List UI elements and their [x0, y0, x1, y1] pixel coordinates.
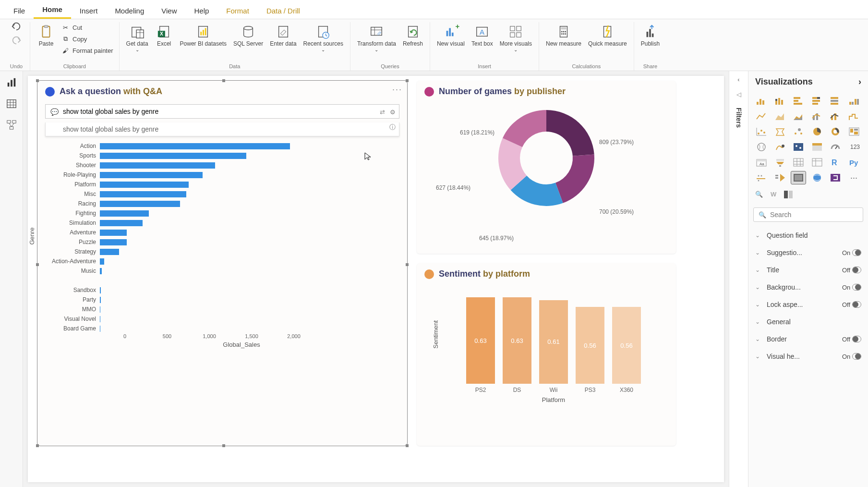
quick-measure-button[interactable]: Quick measure — [585, 22, 630, 49]
viz-type-button[interactable] — [847, 95, 861, 107]
viz-type-button[interactable] — [791, 171, 806, 184]
genre-bar[interactable] — [100, 306, 100, 313]
refresh-button[interactable]: Refresh — [400, 22, 426, 54]
viz-type-button[interactable]: R — [828, 156, 843, 169]
genre-bar[interactable] — [100, 326, 100, 332]
viz-type-button[interactable] — [791, 95, 806, 107]
genre-bar[interactable] — [100, 182, 189, 188]
viz-type-button[interactable] — [828, 171, 843, 184]
viz-type-button[interactable] — [810, 156, 824, 169]
format-property-row[interactable]: ⌄Suggestio...On — [748, 244, 868, 261]
paste-button[interactable]: Paste — [34, 22, 58, 56]
card-more-button[interactable]: ··· — [392, 85, 402, 95]
viz-type-button[interactable] — [810, 110, 824, 122]
donut-slice[interactable] — [546, 110, 594, 156]
genre-bar[interactable] — [100, 297, 101, 303]
filters-expand-button[interactable]: ‹ — [737, 76, 739, 83]
format-property-row[interactable]: ⌄BorderOff — [748, 330, 868, 348]
redo-button[interactable] — [11, 36, 22, 46]
text-box-button[interactable]: AText box — [469, 22, 496, 54]
genre-bar[interactable] — [100, 268, 102, 274]
excel-button[interactable]: XExcel — [152, 22, 176, 54]
viz-type-button[interactable] — [791, 141, 806, 153]
viz-type-button[interactable] — [773, 110, 787, 122]
viz-type-button[interactable] — [810, 141, 824, 153]
transform-data-button[interactable]: Transform data⌄ — [354, 22, 399, 54]
sentiment-bar[interactable]: 0.56 — [576, 307, 604, 384]
genre-bar[interactable] — [100, 239, 127, 245]
format-painter-button[interactable]: 🖌Format painter — [59, 45, 115, 56]
copy-button[interactable]: ⧉Copy — [59, 34, 115, 44]
analytics-tab-icon[interactable] — [784, 191, 794, 200]
viz-type-button[interactable]: Aa — [754, 156, 769, 169]
menu-help[interactable]: Help — [186, 3, 218, 19]
qna-convert-icon[interactable]: ⇄ — [380, 109, 385, 116]
menu-insert[interactable]: Insert — [71, 3, 107, 19]
viz-type-button[interactable] — [791, 110, 806, 122]
report-view-button[interactable] — [6, 77, 17, 88]
cut-button[interactable]: ✂Cut — [59, 22, 115, 33]
toggle-switch[interactable]: On — [842, 284, 861, 291]
genre-bar[interactable] — [100, 201, 180, 207]
viz-expand-button[interactable]: › — [858, 77, 861, 87]
genre-bar[interactable] — [100, 172, 203, 178]
viz-type-button[interactable] — [773, 171, 787, 184]
genre-bar[interactable] — [100, 258, 104, 265]
pbi-datasets-button[interactable]: Power BI datasets — [177, 22, 229, 54]
viz-type-button[interactable] — [754, 95, 769, 107]
viz-type-button[interactable] — [810, 171, 824, 184]
enter-data-button[interactable]: Enter data — [267, 22, 299, 54]
menu-modeling[interactable]: Modeling — [106, 3, 153, 19]
genre-bar[interactable] — [100, 287, 101, 293]
viz-type-button[interactable] — [773, 95, 787, 107]
genre-bar[interactable] — [100, 153, 246, 159]
format-tab-icon[interactable]: W — [771, 191, 776, 200]
viz-type-button[interactable] — [791, 125, 806, 138]
new-measure-button[interactable]: New measure — [543, 22, 584, 49]
toggle-switch[interactable]: On — [842, 353, 861, 360]
sentiment-bar[interactable]: 0.63 — [503, 297, 531, 384]
viz-type-button[interactable] — [754, 141, 769, 153]
sentiment-bar[interactable]: 0.63 — [466, 297, 495, 384]
viz-type-button[interactable] — [847, 110, 861, 122]
viz-type-button[interactable] — [828, 95, 843, 107]
format-property-row[interactable]: ⌄Lock aspe...Off — [748, 296, 868, 313]
toggle-switch[interactable]: Off — [842, 301, 861, 308]
recent-sources-button[interactable]: Recent sources⌄ — [301, 22, 346, 54]
viz-type-button[interactable] — [773, 156, 787, 169]
donut-slice[interactable] — [555, 154, 594, 203]
more-visuals-button[interactable]: More visuals⌄ — [497, 22, 535, 54]
gear-icon[interactable]: ⚙ — [390, 109, 396, 116]
genre-bar[interactable] — [100, 162, 215, 169]
data-view-button[interactable] — [6, 98, 17, 110]
publisher-donut-visual[interactable]: Number of games by publisher 809 (23.79%… — [417, 81, 676, 254]
filters-bookmark-icon[interactable]: ◁ — [736, 91, 741, 98]
viz-type-button[interactable]: ··· — [847, 171, 861, 184]
viz-type-button[interactable]: Py — [847, 156, 861, 169]
genre-bar[interactable] — [100, 230, 127, 236]
publish-button[interactable]: Publish — [638, 22, 663, 49]
toggle-switch[interactable]: On — [842, 249, 861, 256]
new-visual-button[interactable]: +New visual — [434, 22, 468, 54]
menu-home[interactable]: Home — [34, 1, 71, 19]
format-property-row[interactable]: ⌄TitleOff — [748, 261, 868, 279]
viz-type-button[interactable] — [828, 125, 843, 138]
viz-type-button[interactable] — [773, 141, 787, 153]
sentiment-bar[interactable]: 0.61 — [539, 300, 568, 384]
info-icon[interactable]: ⓘ — [389, 123, 396, 131]
qna-suggestion[interactable]: show total global sales by genre — [45, 122, 399, 136]
model-view-button[interactable] — [6, 119, 17, 131]
qna-visual[interactable]: Ask a question with Q&A ··· 💬 ⇄ ⚙ ⓘ show… — [37, 81, 407, 446]
format-property-row[interactable]: ⌄Backgrou...On — [748, 279, 868, 296]
menu-data-drill[interactable]: Data / Drill — [258, 3, 309, 19]
toggle-switch[interactable]: Off — [842, 336, 861, 343]
genre-bar[interactable] — [100, 249, 119, 255]
format-property-row[interactable]: ⌄General — [748, 313, 868, 330]
genre-bar[interactable] — [100, 316, 100, 322]
viz-type-button[interactable] — [791, 156, 806, 169]
sentiment-bar[interactable]: 0.56 — [612, 307, 641, 384]
undo-button[interactable] — [11, 22, 22, 32]
viz-search-box[interactable]: 🔍 — [753, 207, 863, 222]
qna-input[interactable] — [63, 108, 382, 115]
genre-bar[interactable] — [100, 220, 143, 226]
